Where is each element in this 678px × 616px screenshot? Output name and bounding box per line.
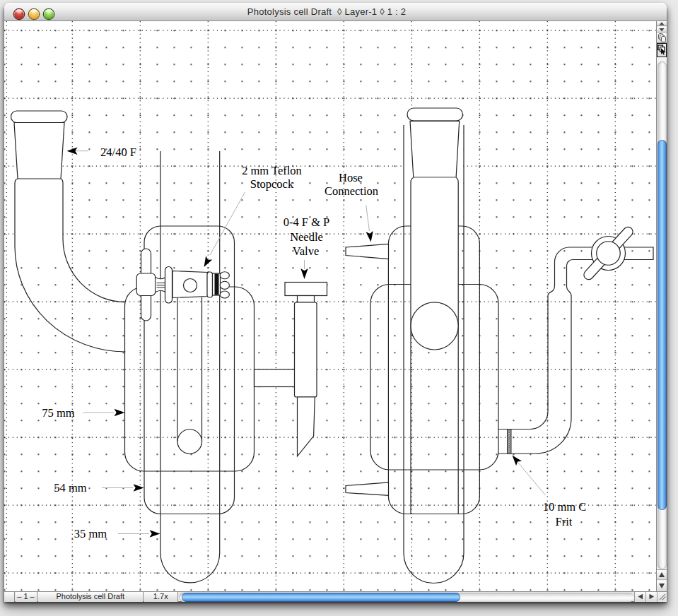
svg-text:75 mm: 75 mm [42, 406, 74, 420]
svg-text:Hose: Hose [339, 171, 363, 184]
svg-text:10 mm C: 10 mm C [543, 500, 586, 514]
svg-text:Connection: Connection [325, 184, 378, 198]
svg-text:2 mm Teflon: 2 mm Teflon [242, 164, 302, 177]
svg-text:Stopcock: Stopcock [250, 177, 294, 191]
svg-text:Frit: Frit [556, 515, 573, 528]
svg-text:24/40 F: 24/40 F [100, 146, 136, 159]
svg-text:Valve: Valve [293, 244, 320, 258]
svg-text:54 mm: 54 mm [54, 481, 86, 494]
svg-text:0-4 F & P: 0-4 F & P [284, 215, 330, 229]
svg-text:35 mm: 35 mm [74, 527, 107, 540]
svg-text:Needle: Needle [290, 230, 323, 244]
